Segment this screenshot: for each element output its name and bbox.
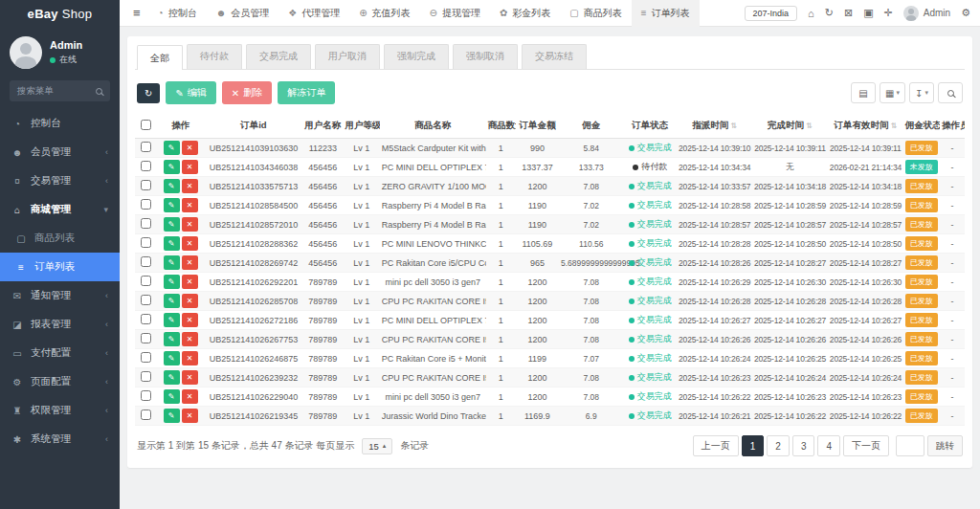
page-size-select[interactable]: 15▴: [362, 438, 392, 454]
row-checkbox[interactable]: [141, 199, 151, 210]
search-button[interactable]: [938, 82, 963, 103]
filter-tab-强制取消[interactable]: 强制取消: [453, 44, 518, 69]
topnav-tab-订单列表[interactable]: ≡订单列表: [632, 0, 700, 27]
columns-button[interactable]: ▦▾: [880, 82, 905, 103]
settings-cogs-icon[interactable]: ⚙: [961, 7, 970, 19]
jump-button[interactable]: 跳转: [927, 435, 963, 456]
filter-tab-交易完成[interactable]: 交易完成: [246, 44, 311, 69]
page-button-1[interactable]: 1: [742, 435, 765, 456]
filter-tab-全部[interactable]: 全部: [137, 45, 183, 70]
next-page-button[interactable]: 下一页: [843, 435, 889, 456]
row-checkbox[interactable]: [141, 314, 151, 324]
row-delete-button[interactable]: ✕: [182, 141, 198, 155]
jump-page-input[interactable]: [896, 435, 924, 456]
sidebar-item-商城管理[interactable]: ⌂商城管理▾: [0, 195, 120, 224]
sidebar-item-系统管理[interactable]: ✱系统管理‹: [0, 425, 120, 454]
row-delete-button[interactable]: ✕: [182, 217, 198, 232]
row-delete-button[interactable]: ✕: [182, 255, 198, 270]
topnav-tab-充值列表[interactable]: ⊕充值列表: [349, 0, 419, 27]
topnav-tab-会员管理[interactable]: ☻会员管理: [207, 0, 279, 27]
row-delete-button[interactable]: ✕: [182, 313, 198, 327]
sidebar-item-控制台[interactable]: ◔控制台: [0, 109, 120, 138]
topnav-tab-代理管理[interactable]: ❖代理管理: [278, 0, 349, 27]
hamburger-icon[interactable]: ≡: [125, 6, 148, 20]
row-delete-button[interactable]: ✕: [182, 294, 198, 308]
filter-tab-强制完成[interactable]: 强制完成: [384, 44, 449, 69]
sidebar-item-报表管理[interactable]: ◪报表管理‹: [0, 310, 120, 339]
topnav-tab-彩金列表[interactable]: ✿彩金列表: [490, 0, 560, 27]
row-edit-button[interactable]: ✎: [164, 217, 180, 232]
sidebar-item-订单列表[interactable]: ≡订单列表: [0, 253, 120, 281]
row-edit-button[interactable]: ✎: [164, 160, 180, 174]
unfreeze-order-button[interactable]: 解冻订单: [278, 81, 335, 104]
column-header-订单有效时间[interactable]: 订单有效时间⇅: [828, 114, 903, 139]
row-delete-button[interactable]: ✕: [182, 236, 198, 251]
row-checkbox[interactable]: [141, 180, 151, 190]
page-button-2[interactable]: 2: [767, 435, 790, 456]
row-edit-button[interactable]: ✎: [164, 179, 180, 193]
row-delete-button[interactable]: ✕: [182, 370, 198, 385]
row-delete-button[interactable]: ✕: [182, 351, 198, 365]
row-edit-button[interactable]: ✎: [164, 275, 180, 289]
sidebar-item-会员管理[interactable]: ☻会员管理‹: [0, 138, 120, 166]
sort-icon[interactable]: ⇅: [730, 122, 737, 130]
row-checkbox[interactable]: [141, 352, 151, 363]
sidebar-item-页面配置[interactable]: ⚙页面配置‹: [0, 367, 120, 396]
row-checkbox[interactable]: [141, 237, 151, 248]
row-checkbox[interactable]: [141, 256, 151, 267]
row-checkbox[interactable]: [141, 161, 151, 171]
sidebar-item-支付配置[interactable]: ▭支付配置‹: [0, 339, 120, 367]
row-delete-button[interactable]: ✕: [182, 389, 198, 404]
row-delete-button[interactable]: ✕: [182, 179, 198, 193]
sidebar-item-权限管理[interactable]: ♜权限管理‹: [0, 396, 120, 425]
user-menu[interactable]: Admin: [903, 6, 950, 21]
column-header-完成时间[interactable]: 完成时间⇅: [752, 114, 828, 139]
row-edit-button[interactable]: ✎: [164, 370, 180, 385]
row-checkbox[interactable]: [141, 295, 151, 305]
sidebar-search-input[interactable]: 搜索菜单: [10, 80, 110, 101]
row-delete-button[interactable]: ✕: [182, 160, 198, 174]
row-checkbox[interactable]: [141, 276, 151, 286]
file-icon[interactable]: ▣: [863, 7, 873, 19]
row-checkbox[interactable]: [141, 333, 151, 343]
row-edit-button[interactable]: ✎: [164, 389, 180, 404]
row-edit-button[interactable]: ✎: [164, 351, 180, 365]
row-edit-button[interactable]: ✎: [164, 409, 180, 423]
refresh-icon[interactable]: ↻: [825, 7, 834, 19]
filter-tab-待付款[interactable]: 待付款: [187, 44, 242, 69]
sort-icon[interactable]: ⇅: [890, 122, 897, 130]
row-edit-button[interactable]: ✎: [164, 294, 180, 308]
row-edit-button[interactable]: ✎: [164, 313, 180, 327]
sidebar-item-交易管理[interactable]: ¤交易管理‹: [0, 166, 120, 195]
row-delete-button[interactable]: ✕: [182, 198, 198, 212]
trash-icon[interactable]: ⊠: [844, 7, 853, 19]
edit-button[interactable]: ✎编辑: [166, 81, 215, 104]
sort-icon[interactable]: ⇅: [806, 122, 813, 130]
column-header-指派时间[interactable]: 指派时间⇅: [677, 114, 752, 139]
row-edit-button[interactable]: ✎: [164, 255, 180, 270]
row-edit-button[interactable]: ✎: [164, 198, 180, 212]
page-button-3[interactable]: 3: [792, 435, 815, 456]
row-delete-button[interactable]: ✕: [182, 275, 198, 289]
row-edit-button[interactable]: ✎: [164, 332, 180, 346]
select-all-checkbox[interactable]: [141, 120, 151, 130]
row-delete-button[interactable]: ✕: [182, 409, 198, 423]
page-button-4[interactable]: 4: [817, 435, 840, 456]
row-edit-button[interactable]: ✎: [164, 236, 180, 251]
topnav-tab-提现管理[interactable]: ⊖提现管理: [420, 0, 490, 27]
sidebar-item-通知管理[interactable]: ✉通知管理‹: [0, 281, 120, 310]
row-delete-button[interactable]: ✕: [182, 332, 198, 346]
row-checkbox[interactable]: [141, 409, 151, 420]
prev-page-button[interactable]: 上一页: [693, 435, 739, 456]
toggle-pagination-button[interactable]: ▤: [851, 82, 876, 103]
export-button[interactable]: ↧▾: [909, 82, 934, 103]
delete-button[interactable]: ✕删除: [222, 81, 272, 104]
home-icon[interactable]: ⌂: [808, 8, 814, 19]
topnav-tab-商品列表[interactable]: ▢商品列表: [560, 0, 631, 27]
row-checkbox[interactable]: [141, 371, 151, 382]
fullscreen-icon[interactable]: ✛: [884, 7, 893, 19]
row-checkbox[interactable]: [141, 218, 151, 229]
row-edit-button[interactable]: ✎: [164, 141, 180, 155]
row-checkbox[interactable]: [141, 142, 151, 152]
region-button[interactable]: 207-India: [745, 6, 798, 21]
